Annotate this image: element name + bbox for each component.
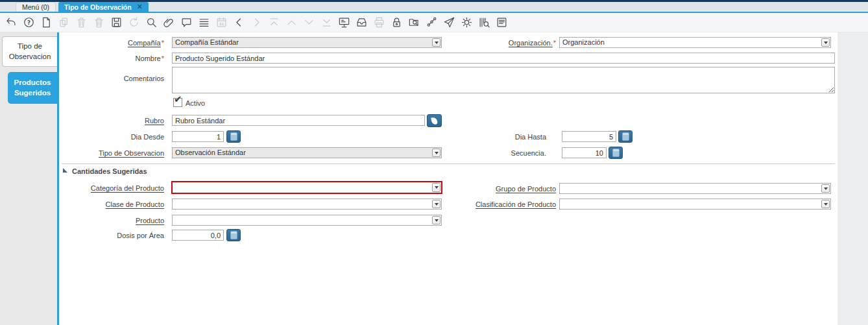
tab-tipo-de-observacion[interactable]: Tipo de Observación ✕ bbox=[58, 2, 149, 12]
label-secuencia: Secuencia. bbox=[413, 149, 546, 157]
chevron-down-icon[interactable] bbox=[821, 38, 830, 47]
calculator-icon bbox=[230, 231, 237, 239]
chat-icon[interactable] bbox=[180, 16, 193, 29]
calculator-icon bbox=[230, 132, 237, 141]
label-clase-de-producto: Clase de Producto bbox=[59, 200, 164, 208]
svg-text:?: ? bbox=[27, 19, 30, 26]
sidebar-tab-productos-sugeridos[interactable]: Productos Sugeridos bbox=[8, 72, 57, 104]
check-icon: ✔ bbox=[174, 93, 182, 105]
label-clasificacion-de-producto: Clasificación de Producto bbox=[422, 200, 556, 208]
report-icon[interactable] bbox=[337, 16, 350, 29]
clasificacion-producto-combobox[interactable] bbox=[559, 199, 831, 210]
compania-combobox[interactable]: Compañía Estándar bbox=[172, 37, 442, 48]
nombre-input[interactable] bbox=[172, 53, 835, 64]
dia-desde-calculator-button[interactable] bbox=[226, 130, 241, 143]
tab-menu[interactable]: Menú (0) bbox=[16, 2, 56, 12]
leaf-icon bbox=[431, 117, 437, 125]
close-tab-icon[interactable]: ✕ bbox=[137, 3, 143, 10]
lock-icon[interactable] bbox=[390, 16, 403, 29]
tab-tipo-de-observacion-label: Tipo de Observación bbox=[64, 3, 132, 11]
window-tab-bar: Menú (0) Tipo de Observación ✕ bbox=[0, 0, 868, 13]
label-dia-hasta: Dia Hasta bbox=[413, 133, 546, 141]
rubro-input[interactable] bbox=[172, 115, 425, 126]
delete-selection-icon bbox=[92, 16, 105, 29]
detail-record-icon bbox=[302, 16, 315, 29]
label-organizacion: Organización.* bbox=[422, 39, 556, 47]
label-dia-desde: Dia Desde bbox=[59, 133, 164, 141]
secuencia-calculator-button[interactable] bbox=[609, 147, 623, 159]
tab-menu-label: Menú (0) bbox=[22, 3, 49, 11]
delete-record-icon bbox=[75, 16, 88, 29]
svg-text:31: 31 bbox=[219, 22, 224, 26]
detail-tab-sidebar: Tipo de Observacion Productos Sugeridos bbox=[0, 32, 57, 325]
clase-producto-combobox[interactable] bbox=[172, 199, 442, 210]
save-icon[interactable] bbox=[110, 16, 123, 29]
tipo-observacion-combobox[interactable]: Observación Estándar bbox=[172, 147, 442, 158]
archive-icon[interactable] bbox=[355, 16, 368, 29]
dia-hasta-input[interactable] bbox=[562, 131, 616, 142]
previous-record-icon[interactable] bbox=[232, 16, 245, 29]
new-record-icon[interactable] bbox=[40, 16, 53, 29]
first-record-icon bbox=[267, 16, 280, 29]
dia-hasta-calculator-button[interactable] bbox=[618, 130, 633, 143]
chevron-down-icon[interactable] bbox=[432, 216, 440, 224]
report-design-icon[interactable] bbox=[495, 16, 508, 29]
calendar-icon: 31 bbox=[215, 16, 228, 29]
dosis-area-input[interactable] bbox=[172, 230, 224, 241]
sidebar-tab-tipo-de-observacion[interactable]: Tipo de Observacion bbox=[2, 36, 57, 67]
dia-desde-input[interactable] bbox=[172, 131, 224, 142]
label-compania: Compañía* bbox=[59, 39, 164, 47]
producto-combobox[interactable] bbox=[172, 215, 442, 226]
organizacion-combobox[interactable]: Organización bbox=[559, 37, 831, 48]
section-separator bbox=[62, 163, 835, 164]
undo-icon[interactable] bbox=[5, 16, 18, 29]
grupo-producto-combobox[interactable] bbox=[559, 183, 831, 194]
main-area: Tipo de Observacion Productos Sugeridos … bbox=[0, 32, 868, 325]
chevron-down-icon[interactable] bbox=[821, 184, 830, 193]
collapse-triangle-icon[interactable] bbox=[63, 168, 67, 173]
dosis-area-calculator-button[interactable] bbox=[226, 229, 241, 241]
categoria-producto-combobox[interactable] bbox=[171, 181, 442, 194]
refresh-icon bbox=[127, 16, 140, 29]
label-dosis-por-area: Dosis por Área bbox=[59, 232, 164, 239]
section-title-cantidades-sugeridas: Cantidades Sugeridas bbox=[72, 167, 147, 175]
parent-record-icon bbox=[285, 16, 298, 29]
label-comentarios: Comentarios bbox=[59, 75, 164, 82]
attachment-icon[interactable] bbox=[162, 16, 175, 29]
activo-checkbox[interactable]: ✔ bbox=[173, 98, 182, 107]
product-info-icon[interactable] bbox=[477, 16, 490, 29]
preferences-icon[interactable] bbox=[460, 16, 473, 29]
label-producto: Producto bbox=[59, 217, 164, 224]
label-tipo-de-observacion: Tipo de Observacion bbox=[59, 149, 164, 157]
workflow-icon[interactable] bbox=[425, 16, 438, 29]
form-canvas: Compañía* Compañía Estándar Organización… bbox=[59, 32, 838, 325]
zoom-across-icon[interactable] bbox=[407, 16, 420, 29]
label-categoria-del-producto: Categoría del Producto bbox=[59, 184, 164, 192]
next-record-icon bbox=[250, 16, 263, 29]
rubro-lookup-button[interactable] bbox=[427, 114, 442, 127]
application-window: Menú (0) Tipo de Observación ✕ ? 31 bbox=[0, 0, 868, 325]
print-icon bbox=[372, 16, 385, 29]
chevron-down-icon[interactable] bbox=[821, 200, 830, 208]
last-record-icon bbox=[320, 16, 333, 29]
comentarios-textarea[interactable] bbox=[172, 67, 835, 93]
label-nombre: Nombre* bbox=[59, 54, 164, 62]
copy-record-icon bbox=[57, 16, 70, 29]
calculator-icon bbox=[622, 132, 629, 141]
find-icon[interactable] bbox=[145, 16, 158, 29]
label-activo: Activo bbox=[186, 99, 224, 107]
help-icon[interactable]: ? bbox=[22, 16, 35, 29]
right-gutter bbox=[838, 32, 868, 325]
label-rubro: Rubro bbox=[59, 117, 164, 125]
grid-toggle-icon[interactable] bbox=[197, 16, 210, 29]
secuencia-input[interactable] bbox=[562, 147, 607, 158]
request-icon[interactable] bbox=[442, 16, 455, 29]
label-grupo-de-producto: Grupo de Producto bbox=[422, 185, 556, 193]
toolbar: ? 31 bbox=[0, 13, 868, 32]
calculator-icon bbox=[612, 149, 620, 157]
